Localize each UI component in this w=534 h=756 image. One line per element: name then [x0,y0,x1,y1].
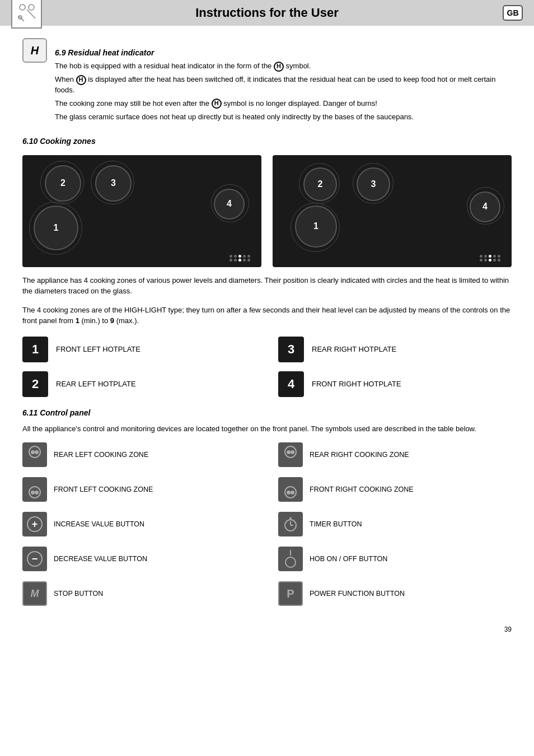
control-hob-onoff: HOB ON / OFF BUTTON [278,544,512,574]
control-intro: All the appliance's control and monitori… [22,423,512,435]
timer-label: TIMER BUTTON [310,520,362,529]
zones-diagrams: 2 3 1 4 2 3 1 4 [22,155,512,267]
diagram-controls-right [480,255,500,262]
hob-diagram-right: 2 3 1 4 [273,155,512,267]
hotplate-item-3: 3 REAR RIGHT HOTPLATE [278,337,512,362]
zones-para-2: The 4 cooking zones are of the HIGH-LIGH… [22,305,512,326]
decrease-label: DECREASE VALUE BUTTON [54,554,147,563]
control-increase: + INCREASE VALUE BUTTON [22,509,256,539]
front-right-icon [278,477,303,502]
country-badge: GB [503,5,523,21]
control-power: P POWER FUNCTION BUTTON [278,578,512,609]
num-badge-2: 2 [22,371,48,397]
hotplate-item-1: 1 FRONT LEFT HOTPLATE [22,337,256,362]
diagram-controls-left [229,255,250,262]
hotplate-label-3: REAR RIGHT HOTPLATE [312,345,396,353]
decrease-icon: − [22,547,47,571]
control-timer: TIMER BUTTON [278,509,512,539]
page-footer: 39 [0,620,534,639]
zone-circle-3-left: 3 [95,165,132,202]
residual-para-2: When H is displayed after the heat has b… [55,74,512,96]
hotplate-label-2: REAR LEFT HOTPLATE [56,380,136,388]
zone-circle-2-right: 2 [303,167,337,201]
num-badge-4: 4 [278,371,304,397]
hob-onoff-icon [278,547,303,571]
hotplate-grid: 1 FRONT LEFT HOTPLATE 2 REAR LEFT HOTPLA… [22,337,512,397]
svg-point-1 [29,4,34,10]
timer-icon [278,512,303,536]
hotplate-label-4: FRONT RIGHT HOTPLATE [312,380,401,388]
control-rear-left: REAR LEFT COOKING ZONE [22,440,256,470]
page-header: Instructions for the User GB [0,0,534,26]
svg-line-4 [27,10,35,18]
header-logo [11,0,42,29]
power-icon: P [278,581,303,606]
zone-circle-3-right: 3 [357,167,390,201]
rear-left-icon [22,442,47,467]
hotplate-col-right: 3 REAR RIGHT HOTPLATE 4 FRONT RIGHT HOTP… [278,337,512,397]
zones-para-1: The appliance has 4 cooking zones of var… [22,275,512,297]
hotplate-item-2: 2 REAR LEFT HOTPLATE [22,371,256,397]
hob-diagram-left: 2 3 1 4 [22,155,261,267]
section-69: H 6.9 Residual heat indicator The hob is… [22,37,512,125]
zone-circle-2-left: 2 [45,165,81,202]
hotplate-label-1: FRONT LEFT HOTPLATE [56,345,140,353]
section-69-heading: 6.9 Residual heat indicator [55,47,512,58]
zone-circle-1-right: 1 [295,206,337,248]
control-front-left: FRONT LEFT COOKING ZONE [22,474,256,505]
section-611-heading: 6.11 Control panel [22,407,512,419]
page-number: 39 [504,626,512,633]
residual-para-3: The cooking zone may still be hot even a… [55,99,512,109]
stop-label: STOP BUTTON [54,589,103,598]
control-rear-right: REAR RIGHT COOKING ZONE [278,440,512,470]
num-badge-1: 1 [22,337,48,362]
front-left-icon [22,477,47,502]
control-front-right: FRONT RIGHT COOKING ZONE [278,474,512,505]
page-title: Instructions for the User [195,6,338,20]
power-label: POWER FUNCTION BUTTON [310,589,405,598]
front-right-label: FRONT RIGHT COOKING ZONE [310,485,414,494]
residual-text: 6.9 Residual heat indicator The hob is e… [55,37,512,125]
zone-circle-1-left: 1 [34,206,78,250]
hotplate-col-left: 1 FRONT LEFT HOTPLATE 2 REAR LEFT HOTPLA… [22,337,256,397]
residual-para-4: The glass ceramic surface does not heat … [55,112,512,123]
zone-circle-4-right: 4 [470,192,500,222]
control-col-right: REAR RIGHT COOKING ZONE FRONT RIGHT COOK… [278,440,512,609]
hotplate-item-4: 4 FRONT RIGHT HOTPLATE [278,371,512,397]
front-left-label: FRONT LEFT COOKING ZONE [54,485,153,494]
rear-right-label: REAR RIGHT COOKING ZONE [310,450,409,459]
zone-circle-4-left: 4 [214,189,245,220]
rear-left-label: REAR LEFT COOKING ZONE [54,450,148,459]
hob-onoff-label: HOB ON / OFF BUTTON [310,554,387,563]
svg-point-0 [20,4,25,10]
residual-para-1: The hob is equipped with a residual heat… [55,61,512,72]
section-610-heading: 6.10 Cooking zones [22,136,512,147]
h-icon: H [22,38,47,63]
num-badge-3: 3 [278,337,304,362]
control-decrease: − DECREASE VALUE BUTTON [22,544,256,574]
control-stop: M STOP BUTTON [22,578,256,609]
stop-icon: M [22,581,47,606]
increase-icon: + [22,512,47,536]
control-grid: REAR LEFT COOKING ZONE FRONT LEFT COOKIN… [22,440,512,609]
rear-right-icon [278,442,303,467]
control-col-left: REAR LEFT COOKING ZONE FRONT LEFT COOKIN… [22,440,256,609]
increase-label: INCREASE VALUE BUTTON [54,520,144,529]
